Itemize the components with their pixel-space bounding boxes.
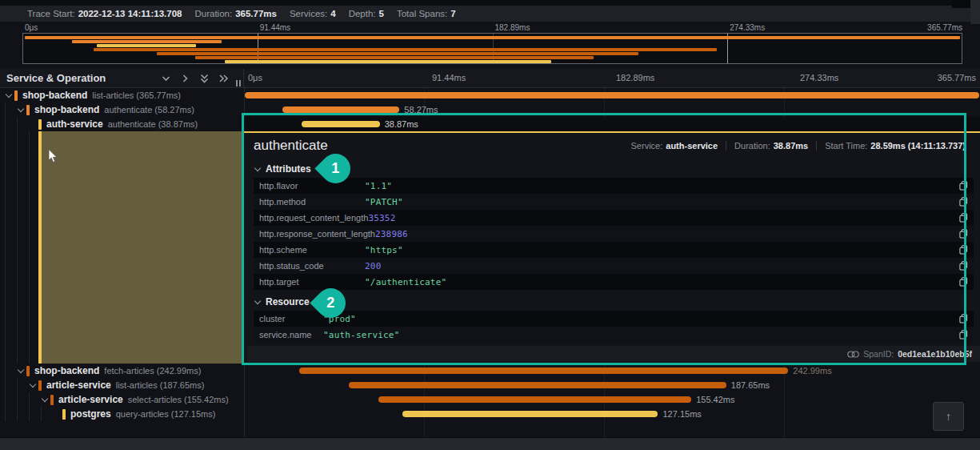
row-collapse-chevron-icon[interactable] <box>17 366 26 376</box>
selected-span-highlight-block <box>38 131 244 364</box>
tree-row-article-service[interactable]: article-servicelist-articles (187.65ms) <box>0 378 244 392</box>
section-header-attributes[interactable]: Attributes <box>254 160 974 178</box>
operation-label: select-articles (155.42ms) <box>128 395 229 404</box>
attribute-value: 238986 <box>375 229 408 239</box>
column-resize-handle[interactable] <box>236 80 241 86</box>
span-bar-cell: 155.42ms <box>244 392 980 407</box>
indent-guide <box>5 378 17 392</box>
attribute-value: 200 <box>365 261 381 271</box>
tree-row-article-service[interactable]: article-serviceselect-articles (155.42ms… <box>0 392 244 407</box>
row-collapse-chevron-icon[interactable] <box>5 90 14 100</box>
attribute-key: cluster <box>259 314 323 323</box>
section-table-attributes: http.flavor"1.1"http.method"PATCH"http.r… <box>254 178 974 290</box>
attribute-key: http.method <box>259 197 365 207</box>
attribute-row: http.response_content_length238986 <box>254 226 974 242</box>
span-id-label: SpanID: <box>863 349 894 359</box>
copy-value-button[interactable] <box>959 261 968 271</box>
span-duration-bar[interactable] <box>302 121 380 127</box>
span-duration-bar[interactable] <box>245 92 979 98</box>
attribute-row: cluster"prod" <box>254 311 974 327</box>
row-collapse-chevron-icon[interactable] <box>17 105 26 115</box>
span-meta: Service:auth-serviceDuration:38.87msStar… <box>623 141 974 151</box>
minimap-tick-label: 182.89ms <box>493 23 530 32</box>
attribute-key: http.status_code <box>259 261 365 271</box>
span-duration-label: 187.65ms <box>731 380 770 390</box>
minimap-span-bar <box>97 44 197 47</box>
attribute-value: "auth-service" <box>323 330 400 340</box>
service-name: shop-backend <box>34 365 99 376</box>
section-header-resource[interactable]: Resource <box>254 293 974 311</box>
double-chevron-down-icon[interactable] <box>198 73 210 84</box>
row-collapse-chevron-icon[interactable] <box>29 380 38 390</box>
span-title: authenticate <box>254 138 328 154</box>
attribute-row: http.status_code200 <box>254 258 974 274</box>
link-icon <box>847 351 859 358</box>
chevron-down-icon[interactable] <box>160 73 172 84</box>
trace-header-field: Depth:5 <box>349 9 384 18</box>
span-duration-bar[interactable] <box>299 368 788 374</box>
span-row: shop-backendlist-articles (365.77ms) <box>0 88 980 102</box>
attribute-value: 35352 <box>368 213 395 223</box>
row-collapse-chevron-icon[interactable] <box>41 395 50 404</box>
minimap-canvas[interactable] <box>22 33 962 64</box>
span-bar-cell: 38.87ms <box>244 117 980 131</box>
copy-value-button[interactable] <box>959 314 968 323</box>
attribute-value: "https" <box>365 245 403 255</box>
span-color-chip <box>38 380 42 391</box>
tree-row-shop-backend[interactable]: shop-backendauthenticate (58.27ms) <box>0 102 244 117</box>
attribute-row: http.method"PATCH" <box>254 194 974 210</box>
timeline-tick-label: 274.33ms <box>796 73 838 82</box>
span-duration-bar[interactable] <box>349 382 726 388</box>
operation-label: list-articles (365.77ms) <box>92 90 181 100</box>
copy-value-button[interactable] <box>959 197 968 207</box>
chevron-down-icon <box>254 298 262 307</box>
indent-guide <box>17 117 29 131</box>
chevron-right-icon[interactable] <box>179 73 191 84</box>
timeline-tick-label: 0μs <box>244 73 262 82</box>
tree-row-shop-backend[interactable]: shop-backendlist-articles (365.77ms) <box>0 88 244 102</box>
span-row: shop-backendfetch-articles (242.99ms)242… <box>0 364 980 378</box>
double-chevron-right-icon[interactable] <box>218 73 230 84</box>
copy-value-button[interactable] <box>959 277 968 287</box>
indent-guide <box>5 392 17 407</box>
timeline-tick-label: 91.44ms <box>428 73 466 82</box>
span-row: postgresquery-articles (127.15ms)127.15m… <box>0 407 980 421</box>
minimap-span-bar <box>157 52 638 55</box>
span-duration-bar[interactable] <box>282 106 400 113</box>
span-bar-cell: 187.65ms <box>244 378 980 392</box>
copy-value-button[interactable] <box>959 245 968 255</box>
span-duration-label: 242.99ms <box>793 366 831 376</box>
trace-header-field: Total Spans:7 <box>397 9 456 18</box>
minimap-tick-label: 274.33ms <box>727 23 765 32</box>
copy-value-button[interactable] <box>959 181 968 191</box>
service-name: shop-backend <box>22 90 87 101</box>
span-meta-item: Service:auth-service <box>623 141 726 151</box>
indent-guide <box>29 392 41 407</box>
operation-label: authenticate (58.27ms) <box>104 105 194 115</box>
span-color-chip <box>26 366 30 376</box>
copy-value-button[interactable] <box>959 229 968 239</box>
tree-row-postgres[interactable]: postgresquery-articles (127.15ms) <box>0 407 244 421</box>
span-rows-area: shop-backendlist-articles (365.77ms)shop… <box>0 88 980 438</box>
indent-guide <box>17 378 29 392</box>
copy-value-button[interactable] <box>959 330 968 340</box>
attribute-value: "/authenticate" <box>365 277 446 287</box>
tree-row-shop-backend[interactable]: shop-backendfetch-articles (242.99ms) <box>0 364 244 378</box>
attribute-row: http.target"/authenticate" <box>254 274 974 290</box>
attribute-row: http.request_content_length35352 <box>254 210 974 226</box>
trace-view-page: Trace Start:2022-12-13 14:11:13.708Durat… <box>0 0 980 450</box>
service-name: shop-backend <box>34 104 99 115</box>
copy-value-button[interactable] <box>959 213 968 223</box>
timeline-header: Service & Operation 0μs91.44ms182.89ms27… <box>0 69 980 88</box>
operation-label: fetch-articles (242.99ms) <box>104 366 201 376</box>
span-duration-bar[interactable] <box>378 396 691 403</box>
minimap-tick-label: 91.44ms <box>258 23 290 32</box>
trace-header: Trace Start:2022-12-13 14:11:13.708Durat… <box>0 6 980 22</box>
span-color-chip <box>26 105 30 115</box>
top-chrome-strip <box>0 0 980 6</box>
tree-row-auth-service[interactable]: auth-serviceauthenticate (38.87ms) <box>0 117 244 131</box>
span-duration-bar[interactable] <box>402 411 658 417</box>
span-color-chip <box>50 395 54 405</box>
trace-header-field: Duration:365.77ms <box>194 9 276 18</box>
trace-header-field: Trace Start:2022-12-13 14:11:13.708 <box>27 9 182 18</box>
